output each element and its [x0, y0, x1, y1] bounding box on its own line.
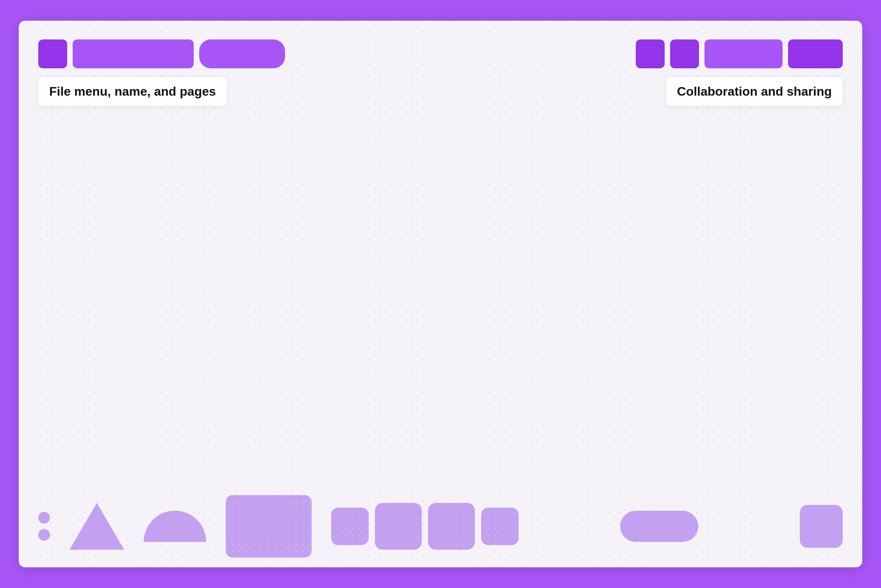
user-avatar-button[interactable] [636, 39, 665, 68]
collaboration-label: Collaboration and sharing [666, 77, 843, 106]
large-rectangle-shape [226, 495, 312, 558]
dot-bottom [38, 529, 50, 541]
bottom-shapes-toolbar [38, 501, 843, 552]
small-square-3 [428, 503, 475, 550]
toolbar [38, 36, 843, 71]
main-canvas: File menu, name, and pages Collaboration… [19, 21, 862, 567]
pill-shape [620, 511, 698, 542]
dots-shape [38, 512, 50, 541]
toolbar-left [38, 39, 285, 68]
share-button[interactable] [788, 39, 843, 68]
small-squares-group [331, 503, 519, 550]
dot-top [38, 512, 50, 524]
menu-icon-button[interactable] [38, 39, 67, 68]
small-square-1 [331, 508, 369, 545]
arch-shape [144, 511, 206, 542]
share-icon-button[interactable] [670, 39, 699, 68]
file-menu-label: File menu, name, and pages [38, 77, 227, 106]
pages-button[interactable] [199, 39, 285, 68]
small-square-4 [481, 508, 519, 545]
small-square-2 [375, 503, 422, 550]
collaboration-button[interactable] [704, 39, 783, 68]
small-square-right [800, 505, 843, 548]
triangle-shape [70, 503, 124, 550]
file-name-button[interactable] [73, 39, 194, 68]
toolbar-right [636, 39, 843, 68]
